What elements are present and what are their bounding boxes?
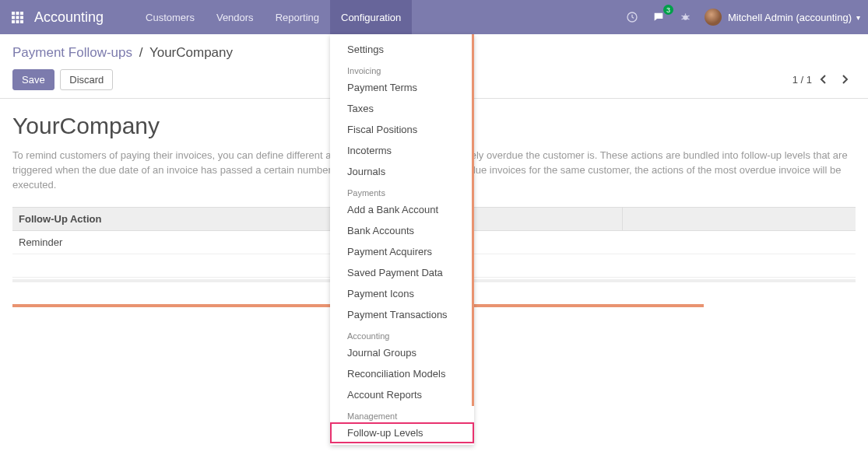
app-brand[interactable]: Accounting [34, 9, 104, 26]
dd-reconciliation[interactable]: Reconciliation Models [330, 363, 474, 384]
nav-reporting[interactable]: Reporting [265, 0, 330, 34]
svg-rect-2 [20, 12, 23, 15]
dd-payment-acquirers[interactable]: Payment Acquirers [330, 241, 474, 262]
breadcrumb-current: YourCompany [149, 45, 233, 60]
pager: 1 / 1 [792, 68, 856, 90]
svg-rect-4 [16, 16, 19, 19]
dd-payment-icons[interactable]: Payment Icons [330, 283, 474, 304]
svg-line-14 [687, 18, 690, 19]
save-button[interactable]: Save [12, 69, 54, 90]
svg-line-12 [687, 16, 690, 16]
user-name: Mitchell Admin (accounting) [728, 12, 852, 23]
dd-payment-transactions[interactable]: Payment Transactions [330, 304, 474, 325]
nav-vendors[interactable]: Vendors [206, 0, 265, 34]
dd-bank-accounts[interactable]: Bank Accounts [330, 220, 474, 241]
pager-value[interactable]: 1 / 1 [792, 74, 812, 86]
svg-rect-5 [20, 16, 23, 19]
dd-fiscal-positions[interactable]: Fiscal Positions [330, 119, 474, 140]
nav-customers[interactable]: Customers [135, 0, 206, 34]
dd-header-invoicing: Invoicing [330, 60, 474, 77]
user-menu[interactable]: Mitchell Admin (accounting) ▾ [698, 9, 860, 26]
messages-icon[interactable]: 3 [645, 0, 672, 34]
nav-configuration[interactable]: Configuration [330, 0, 412, 34]
dd-asset-types[interactable]: Asset Types [330, 443, 474, 445]
dd-taxes[interactable]: Taxes [330, 98, 474, 119]
dropdown-scrollbar[interactable] [472, 34, 474, 406]
svg-rect-1 [16, 12, 19, 15]
dd-journals[interactable]: Journals [330, 161, 474, 182]
dd-header-management: Management [330, 405, 474, 422]
dd-saved-payment[interactable]: Saved Payment Data [330, 262, 474, 283]
svg-rect-3 [12, 16, 15, 19]
dd-account-reports[interactable]: Account Reports [330, 384, 474, 405]
debug-icon[interactable] [672, 0, 698, 34]
pager-next[interactable] [834, 68, 856, 90]
dd-add-bank[interactable]: Add a Bank Account [330, 199, 474, 220]
breadcrumb-sep: / [139, 45, 143, 60]
activity-icon[interactable] [619, 0, 645, 34]
avatar [705, 9, 722, 26]
dd-settings[interactable]: Settings [330, 39, 474, 60]
configuration-dropdown: Settings Invoicing Payment Terms Taxes F… [330, 34, 474, 445]
col-followup-action[interactable]: Follow-Up Action [12, 207, 622, 230]
dd-payment-terms[interactable]: Payment Terms [330, 77, 474, 98]
svg-rect-6 [12, 20, 15, 23]
messages-badge: 3 [663, 5, 673, 15]
apps-icon[interactable] [0, 0, 34, 34]
pager-prev[interactable] [812, 68, 834, 90]
discard-button[interactable]: Discard [60, 69, 113, 90]
dd-follow-up-levels[interactable]: Follow-up Levels [330, 422, 474, 443]
svg-rect-7 [16, 20, 19, 23]
svg-line-11 [681, 16, 684, 16]
svg-point-10 [683, 15, 687, 19]
svg-rect-8 [20, 20, 23, 23]
svg-line-13 [681, 18, 684, 19]
dd-header-accounting: Accounting [330, 325, 474, 342]
cell-due[interactable] [622, 230, 856, 254]
svg-rect-0 [12, 12, 15, 15]
breadcrumb-root[interactable]: Payment Follow-ups [12, 45, 132, 60]
dd-header-payments: Payments [330, 182, 474, 199]
dd-incoterms[interactable]: Incoterms [330, 140, 474, 161]
cell-action[interactable]: Reminder [12, 230, 622, 254]
dd-journal-groups[interactable]: Journal Groups [330, 342, 474, 363]
col-due[interactable] [622, 207, 856, 230]
caret-down-icon: ▾ [856, 13, 860, 22]
